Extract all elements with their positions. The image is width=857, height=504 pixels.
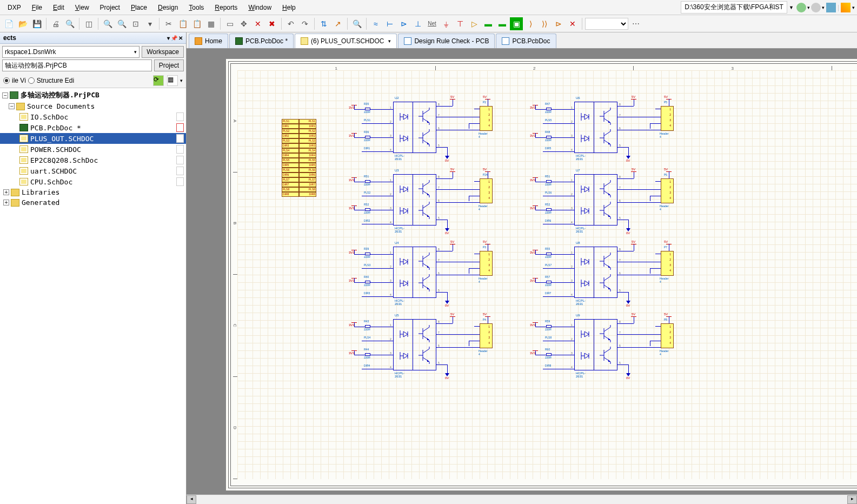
tree-file[interactable]: IO.SchDoc — [0, 111, 186, 122]
projects-panel: ects ▾ 📌 ✕ rkspace1.DsnWrk▾ Workspace 轴运… — [0, 32, 187, 504]
tree-project-root[interactable]: − 多轴运动控制器.PrjPCB — [0, 89, 186, 101]
scroll-left-icon[interactable]: ◂ — [187, 495, 196, 504]
doc-tab[interactable]: PCB.PcbDoc * — [229, 34, 294, 48]
file-view-radio[interactable] — [3, 77, 10, 84]
tree-source-docs[interactable]: − Source Documents — [0, 101, 186, 111]
menu-file[interactable]: File — [26, 2, 48, 14]
pcb-icon — [235, 37, 243, 45]
refresh-icon[interactable]: ⟳ — [153, 75, 164, 86]
net-label-icon[interactable]: ⊥ — [411, 17, 424, 30]
doc-tab[interactable]: Home — [189, 34, 228, 48]
menu-help[interactable]: Help — [277, 2, 301, 14]
menu-design[interactable]: Design — [152, 2, 183, 14]
menu-tools[interactable]: Tools — [183, 2, 209, 14]
hierarchy-icon[interactable]: ◫ — [82, 17, 95, 30]
schematic-canvas[interactable]: 1234 ABCD PLS1PLS1DIR1DIR1PLS2PLS2DIR2DI… — [187, 49, 857, 494]
sch-icon — [301, 37, 308, 45]
cross-probe-icon[interactable]: ↗ — [331, 17, 344, 30]
deselect-icon[interactable]: ✕ — [251, 17, 264, 30]
bus-entry-icon[interactable]: ⊳ — [397, 17, 410, 30]
nav-up-icon[interactable] — [826, 3, 836, 12]
part-icon[interactable]: ▷ — [468, 17, 481, 30]
sheet-entry-icon[interactable]: ▬ — [496, 17, 509, 30]
tree-generated[interactable]: + Generated — [0, 197, 186, 208]
workspace-button[interactable]: Workspace — [142, 46, 184, 58]
gnd-icon[interactable]: ⏚ — [440, 17, 453, 30]
preview-icon[interactable]: 🔍 — [63, 17, 76, 30]
sheet-sym-icon[interactable]: ▬ — [482, 17, 495, 30]
print-icon[interactable]: 🖨 — [49, 17, 62, 30]
structure-view-radio[interactable] — [28, 77, 35, 84]
panel-close-icon[interactable]: ✕ — [178, 35, 183, 41]
menu-place[interactable]: Place — [125, 2, 152, 14]
project-combo[interactable]: 轴运动控制器.PrjPCB — [2, 59, 152, 71]
zoom-dd-icon[interactable]: ▾ — [143, 17, 156, 30]
save-icon[interactable]: 💾 — [30, 17, 43, 30]
menu-window[interactable]: Window — [243, 2, 277, 14]
net-label-block: PLS1PLS1DIR1DIR1PLS2PLS2DIR2DIR2PLS3PLS3… — [282, 119, 316, 197]
project-button[interactable]: Project — [154, 59, 184, 71]
doc-tab[interactable]: (6) PLUS_OUT.SCHDOC▾ — [295, 34, 397, 48]
net-text-icon[interactable]: Net — [426, 17, 439, 30]
tree-file[interactable]: uart.SCHDOC — [0, 165, 186, 176]
clear-icon[interactable]: ✖ — [265, 17, 278, 30]
nav-fwd-button[interactable] — [811, 3, 821, 12]
menubar: DXP File Edit View Project Place Design … — [0, 0, 857, 15]
menu-reports[interactable]: Reports — [209, 2, 243, 14]
open-icon[interactable]: 📂 — [16, 17, 29, 30]
view-mode-row: ile Vi Structure Edi ⟳ ▦ ▾ — [0, 74, 186, 88]
device-sheet-icon[interactable]: ▣ — [510, 17, 523, 30]
scroll-right-icon[interactable]: ▸ — [847, 495, 857, 504]
tree-file[interactable]: CPU.SchDoc — [0, 176, 186, 187]
tree-file[interactable]: PCB.PcbDoc * — [0, 122, 186, 133]
stamp-icon[interactable]: ▦ — [204, 17, 217, 30]
pencil-icon[interactable] — [841, 3, 851, 12]
copy-icon[interactable]: 📋 — [176, 17, 189, 30]
cut-icon[interactable]: ✂ — [162, 17, 175, 30]
no-erc-icon[interactable]: ✕ — [566, 17, 579, 30]
menu-project[interactable]: Project — [95, 2, 125, 14]
mode-combo[interactable] — [585, 18, 628, 30]
zoom-fit-icon[interactable]: 🔍 — [101, 17, 114, 30]
panel-pin-icon[interactable]: 📌 — [171, 35, 177, 41]
updown-icon[interactable]: ⇅ — [317, 17, 330, 30]
home-icon — [195, 37, 202, 45]
tree-file[interactable]: POWER.SCHDOC — [0, 144, 186, 155]
move-icon[interactable]: ✥ — [237, 17, 250, 30]
paste-icon[interactable]: 📋 — [190, 17, 203, 30]
vcc-icon[interactable]: ⊤ — [454, 17, 467, 30]
more-icon[interactable]: ⋯ — [629, 17, 642, 30]
undo-icon[interactable]: ↶ — [284, 17, 297, 30]
browse-icon[interactable]: 🔍 — [350, 17, 363, 30]
options-icon[interactable]: ▦ — [167, 75, 178, 86]
tree-libraries[interactable]: + Libraries — [0, 187, 186, 197]
document-tabs: HomePCB.PcbDoc *(6) PLUS_OUT.SCHDOC▾Desi… — [187, 32, 857, 49]
redo-icon[interactable]: ↷ — [298, 17, 311, 30]
doc-tab[interactable]: Design Rule Check - PCB — [398, 34, 495, 48]
wire-icon[interactable]: ≈ — [369, 17, 382, 30]
menu-view[interactable]: View — [70, 2, 95, 14]
main-toolbar: 📄 📂 💾 🖨 🔍 ◫ 🔍 🔍 ⊡ ▾ ✂ 📋 📋 ▦ ▭ ✥ ✕ ✖ ↶ ↷ … — [0, 15, 857, 32]
menu-edit[interactable]: Edit — [48, 2, 70, 14]
panel-header: ects ▾ 📌 ✕ — [0, 32, 186, 44]
offsheet-icon[interactable]: ⊳ — [552, 17, 565, 30]
workspace-combo[interactable]: rkspace1.DsnWrk▾ — [2, 46, 139, 58]
doc-tab[interactable]: PCB.PcbDoc — [496, 34, 556, 48]
zoom-select-icon[interactable]: ⊡ — [129, 17, 142, 30]
rpt-icon — [502, 37, 509, 45]
project-tree: − 多轴运动控制器.PrjPCB − Source Documents IO.S… — [0, 88, 186, 504]
tree-file[interactable]: PLUS_OUT.SCHDOC — [0, 133, 186, 144]
select-rect-icon[interactable]: ▭ — [223, 17, 236, 30]
path-display[interactable]: D:\360安全浏览器下载\FPGA和ST — [681, 1, 787, 14]
panel-dd-icon[interactable]: ▾ — [167, 35, 170, 41]
bus-icon[interactable]: ⊢ — [383, 17, 396, 30]
new-doc-icon[interactable]: 📄 — [2, 17, 15, 30]
nav-back-button[interactable] — [796, 3, 806, 12]
harness-icon[interactable]: ⟩ — [524, 17, 537, 30]
tree-file[interactable]: EP2C8Q208.SchDoc — [0, 155, 186, 165]
port-icon[interactable]: ⟩⟩ — [538, 17, 551, 30]
zoom-area-icon[interactable]: 🔍 — [115, 17, 128, 30]
rpt-icon — [404, 37, 411, 45]
h-scrollbar[interactable]: ◂ ▸ — [187, 494, 857, 504]
menu-dxp[interactable]: DXP — [2, 2, 26, 14]
